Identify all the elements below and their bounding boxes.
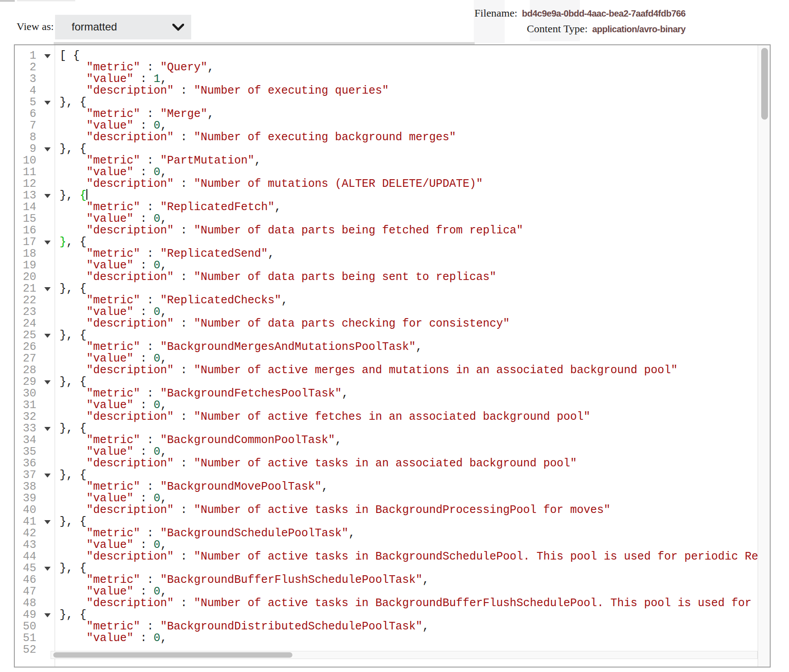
code-editor[interactable]: 1[ {2 "metric" : "Query",3 "value" : 1,4… — [14, 44, 771, 668]
view-as-select[interactable]: formatted — [55, 15, 191, 39]
code-text[interactable]: "value" : 1, — [60, 73, 167, 85]
code-text[interactable]: "metric" : "Merge", — [60, 108, 214, 120]
code-text[interactable]: "value" : 0, — [60, 213, 167, 225]
code-text[interactable]: "description" : "Number of active tasks … — [60, 458, 577, 470]
code-text[interactable]: "value" : 0, — [60, 167, 167, 178]
fold-arrow-icon[interactable] — [44, 287, 51, 291]
code-line: 36 "description" : "Number of active tas… — [15, 458, 758, 470]
code-line: 4 "description" : "Number of executing q… — [15, 85, 758, 97]
code-text[interactable]: }, { — [60, 609, 86, 621]
code-text[interactable]: "metric" : "BackgroundFetchesPoolTask", — [60, 388, 348, 400]
code-text[interactable]: "value" : 0, — [60, 633, 167, 644]
code-text[interactable]: "metric" : "BackgroundBufferFlushSchedul… — [60, 574, 429, 586]
code-text[interactable]: "value" : 0, — [60, 260, 167, 271]
code-text[interactable]: "metric" : "BackgroundCommonPoolTask", — [60, 435, 342, 446]
code-text[interactable]: "description" : "Number of data parts be… — [60, 271, 496, 283]
code-text[interactable]: }, { — [60, 330, 86, 341]
code-text[interactable]: "description" : "Number of data parts be… — [60, 225, 523, 237]
code-text[interactable]: }, { — [60, 563, 86, 574]
horizontal-scrollbar[interactable] — [51, 651, 758, 659]
code-text[interactable]: "metric" : "Query", — [60, 62, 214, 73]
code-line: 38 "metric" : "BackgroundMovePoolTask", — [15, 481, 758, 493]
fold-gutter — [36, 190, 60, 202]
fold-arrow-icon[interactable] — [44, 567, 51, 571]
code-text[interactable]: "value" : 0, — [60, 586, 167, 598]
line-number: 4 — [15, 85, 36, 97]
fold-arrow-icon[interactable] — [44, 380, 51, 384]
code-text[interactable]: }, { — [60, 516, 86, 528]
code-text[interactable]: }, { — [60, 190, 87, 202]
code-text[interactable]: "value" : 0, — [60, 493, 167, 504]
code-text[interactable]: }, { — [60, 423, 86, 435]
fold-gutter — [36, 132, 60, 143]
code-line: 49}, { — [15, 609, 758, 621]
fold-arrow-icon[interactable] — [44, 147, 51, 151]
line-number: 21 — [15, 283, 36, 295]
fold-arrow-icon[interactable] — [44, 520, 51, 524]
code-text[interactable]: "metric" : "BackgroundMergesAndMutations… — [60, 341, 422, 353]
code-text[interactable]: "value" : 0, — [60, 539, 167, 551]
line-number: 11 — [15, 167, 36, 178]
line-number: 38 — [15, 481, 36, 493]
code-text[interactable]: "value" : 0, — [60, 400, 167, 411]
code-text[interactable]: }, { — [60, 97, 86, 108]
fold-gutter — [36, 62, 60, 73]
line-number: 33 — [15, 423, 36, 435]
fold-arrow-icon[interactable] — [44, 194, 51, 198]
code-text[interactable]: "description" : "Number of mutations (AL… — [60, 178, 483, 190]
code-text[interactable]: }, { — [60, 237, 86, 248]
code-text[interactable]: "metric" : "PartMutation", — [60, 155, 261, 167]
fold-arrow-icon[interactable] — [44, 241, 51, 245]
fold-gutter — [36, 330, 60, 341]
code-line: 33}, { — [15, 423, 758, 435]
fold-gutter — [36, 167, 60, 178]
code-text[interactable]: "description" : "Number of executing bac… — [60, 132, 456, 143]
fold-gutter — [36, 213, 60, 225]
code-text[interactable]: "metric" : "BackgroundMovePoolTask", — [60, 481, 328, 493]
vertical-scrollbar[interactable] — [758, 45, 770, 667]
code-text[interactable]: }, { — [60, 283, 86, 295]
fold-arrow-icon[interactable] — [44, 101, 51, 105]
code-text[interactable]: "description" : "Number of data parts ch… — [60, 318, 510, 330]
code-text[interactable]: "description" : "Number of executing que… — [60, 85, 389, 97]
line-number: 36 — [15, 458, 36, 470]
line-number: 48 — [15, 598, 36, 609]
code-text[interactable]: "description" : "Number of active merges… — [60, 365, 678, 376]
code-text[interactable]: "value" : 0, — [60, 446, 167, 458]
horizontal-scrollbar-thumb[interactable] — [53, 652, 292, 658]
code-text[interactable]: "value" : 0, — [60, 353, 167, 365]
code-text[interactable]: "description" : "Number of active tasks … — [60, 598, 758, 609]
code-text[interactable]: "description" : "Number of active tasks … — [60, 551, 758, 563]
code-text[interactable]: "value" : 0, — [60, 120, 167, 132]
fold-arrow-icon[interactable] — [44, 474, 51, 478]
fold-arrow-icon[interactable] — [44, 54, 51, 58]
code-text[interactable]: "metric" : "BackgroundSchedulePoolTask", — [60, 528, 355, 539]
code-line: 2 "metric" : "Query", — [15, 62, 758, 73]
fold-gutter — [36, 260, 60, 271]
code-text[interactable]: "metric" : "ReplicatedChecks", — [60, 295, 288, 306]
vertical-scrollbar-thumb[interactable] — [761, 48, 768, 120]
fold-arrow-icon[interactable] — [44, 427, 51, 431]
line-number: 50 — [15, 621, 36, 633]
code-text[interactable]: "metric" : "ReplicatedFetch", — [60, 202, 281, 213]
code-line: 45}, { — [15, 563, 758, 574]
code-text[interactable]: }, { — [60, 470, 86, 481]
code-text[interactable]: [ { — [60, 50, 80, 62]
code-text[interactable]: "description" : "Number of active fetche… — [60, 411, 590, 423]
fold-gutter — [36, 470, 60, 481]
line-number: 13 — [15, 190, 36, 202]
code-text[interactable]: "description" : "Number of active tasks … — [60, 504, 610, 516]
line-number: 40 — [15, 504, 36, 516]
code-line: 14 "metric" : "ReplicatedFetch", — [15, 202, 758, 213]
code-line: 39 "value" : 0, — [15, 493, 758, 504]
code-text[interactable]: "metric" : "ReplicatedSend", — [60, 248, 274, 260]
text-cursor — [86, 189, 87, 200]
code-line: 5}, { — [15, 97, 758, 108]
code-text[interactable]: }, { — [60, 143, 86, 155]
line-number: 43 — [15, 539, 36, 551]
code-text[interactable]: }, { — [60, 376, 86, 388]
code-text[interactable]: "value" : 0, — [60, 306, 167, 318]
fold-arrow-icon[interactable] — [44, 613, 51, 617]
fold-arrow-icon[interactable] — [44, 334, 51, 338]
code-text[interactable]: "metric" : "BackgroundDistributedSchedul… — [60, 621, 429, 633]
